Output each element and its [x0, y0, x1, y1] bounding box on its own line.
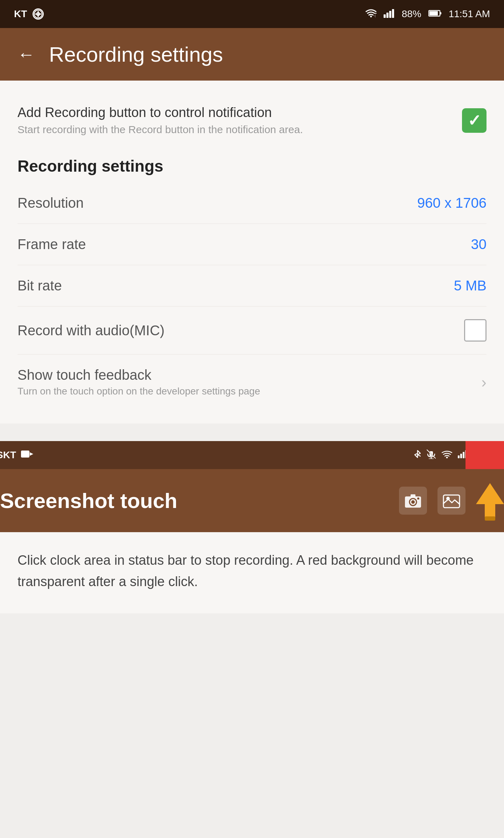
- bit-rate-row[interactable]: Bit rate 5 MB: [18, 265, 486, 307]
- notification-toggle-row[interactable]: Add Recording button to control notifica…: [18, 95, 486, 139]
- notif-content: Screenshot touch: [0, 469, 504, 532]
- notification-sublabel: Start recording with the Record button i…: [18, 124, 462, 136]
- back-button[interactable]: ←: [18, 44, 35, 64]
- bit-rate-value: 5 MB: [454, 278, 486, 294]
- app-header: ← Recording settings: [0, 28, 504, 81]
- frame-rate-label: Frame rate: [18, 236, 471, 252]
- touch-feedback-label-area: Show touch feedback Turn on the touch op…: [18, 367, 481, 397]
- status-bar-right: 88% 11:51 AM: [365, 8, 490, 20]
- bit-rate-label: Bit rate: [18, 278, 454, 294]
- touch-feedback-label: Show touch feedback: [18, 367, 481, 383]
- svg-rect-21: [460, 454, 462, 458]
- svg-point-33: [446, 497, 450, 500]
- resolution-label-area: Resolution: [18, 195, 417, 211]
- red-recording-box: [465, 441, 504, 469]
- frame-rate-label-area: Frame rate: [18, 236, 471, 252]
- battery-percent: 88%: [402, 8, 421, 20]
- battery-icon: [428, 8, 442, 20]
- record-audio-checkbox[interactable]: [464, 319, 486, 342]
- svg-rect-5: [384, 14, 386, 18]
- content-area: Add Recording button to control notifica…: [0, 81, 504, 424]
- frame-rate-row[interactable]: Frame rate 30: [18, 224, 486, 265]
- notif-status-left: SKT: [0, 449, 34, 461]
- touch-feedback-sublabel: Turn on the touch option on the develope…: [18, 386, 481, 397]
- svg-rect-8: [392, 9, 394, 18]
- notif-bluetooth-icon: [414, 449, 421, 461]
- expand-arrow-button[interactable]: [476, 480, 504, 522]
- resolution-value: 960 x 1706: [417, 195, 486, 211]
- notif-mute-icon: [426, 449, 436, 461]
- camera-status-icon: [33, 8, 44, 20]
- section-title: Recording settings: [18, 157, 486, 176]
- notif-carrier: SKT: [0, 449, 16, 461]
- svg-rect-6: [386, 13, 388, 18]
- instruction-text-area: Click clock area in status bar to stop r…: [0, 532, 504, 613]
- record-audio-label-area: Record with audio(MIC): [18, 323, 464, 338]
- notif-status-bar: SKT: [0, 441, 504, 469]
- svg-rect-12: [21, 451, 29, 458]
- svg-marker-13: [30, 452, 33, 456]
- svg-rect-11: [440, 12, 441, 14]
- status-bar: KT: [0, 0, 504, 28]
- resolution-row[interactable]: Resolution 960 x 1706: [18, 183, 486, 224]
- signal-icon: [384, 8, 395, 20]
- wifi-icon: [365, 8, 377, 20]
- notification-panel: SKT: [0, 441, 504, 532]
- svg-point-19: [446, 456, 448, 458]
- notif-video-icon: [21, 449, 34, 461]
- notif-action-icons: [399, 480, 504, 522]
- bit-rate-label-area: Bit rate: [18, 278, 454, 294]
- resolution-label: Resolution: [18, 195, 417, 211]
- svg-rect-4: [374, 13, 377, 14]
- record-audio-label: Record with audio(MIC): [18, 323, 464, 338]
- time-label: 11:51 AM: [449, 8, 490, 20]
- notification-label: Add Recording button to control notifica…: [18, 105, 462, 120]
- instruction-text: Click clock area in status bar to stop r…: [18, 553, 474, 589]
- svg-rect-30: [411, 494, 415, 497]
- svg-rect-7: [389, 11, 391, 18]
- svg-point-2: [370, 15, 372, 17]
- frame-rate-value: 30: [471, 236, 487, 252]
- touch-feedback-row[interactable]: Show touch feedback Turn on the touch op…: [18, 355, 486, 410]
- svg-rect-22: [463, 452, 464, 458]
- svg-point-31: [417, 497, 419, 500]
- notif-wifi-icon: [442, 450, 452, 461]
- record-audio-row[interactable]: Record with audio(MIC): [18, 307, 486, 355]
- page-title: Recording settings: [49, 42, 223, 67]
- svg-rect-10: [429, 11, 438, 15]
- svg-rect-20: [458, 455, 460, 458]
- settings-list: Resolution 960 x 1706 Frame rate 30 Bit …: [18, 183, 486, 410]
- svg-marker-34: [476, 483, 504, 518]
- notif-title: Screenshot touch: [0, 489, 177, 513]
- notification-text-area: Add Recording button to control notifica…: [18, 105, 462, 136]
- carrier-label: KT: [14, 8, 27, 20]
- camera-action-button[interactable]: [399, 487, 427, 515]
- svg-point-29: [411, 500, 415, 504]
- status-bar-left: KT: [14, 8, 44, 20]
- notification-checkbox[interactable]: [462, 108, 486, 133]
- svg-rect-35: [485, 516, 495, 521]
- gallery-action-button[interactable]: [438, 487, 465, 515]
- chevron-right-icon: ›: [481, 373, 486, 391]
